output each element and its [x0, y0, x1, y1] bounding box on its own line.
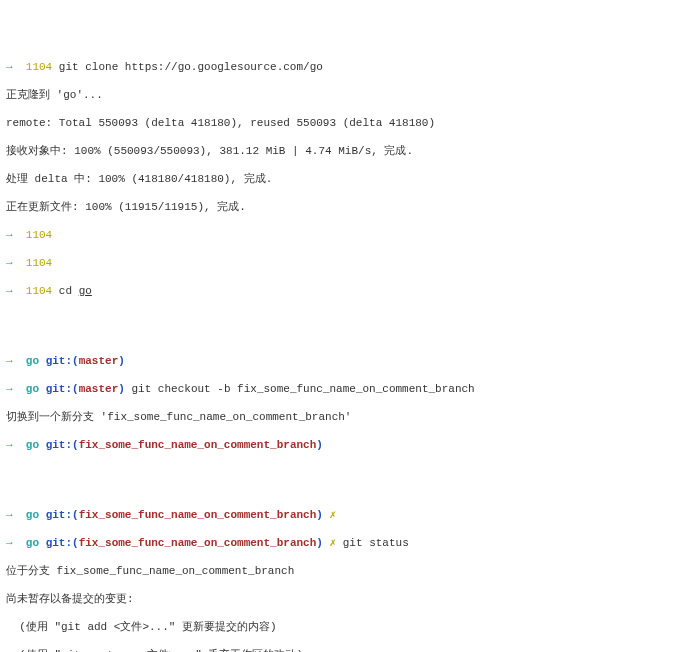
prompt-arrow: → — [6, 61, 26, 73]
clone-remote-total: remote: Total 550093 (delta 418180), reu… — [6, 116, 684, 130]
cmd-checkout: git checkout -b fix_some_func_name_on_co… — [131, 383, 474, 395]
prompt-master-checkout[interactable]: → go git:(master) git checkout -b fix_so… — [6, 382, 684, 396]
hist-empty-2: → 1104 — [6, 256, 684, 270]
cmd-status: git status — [343, 537, 409, 549]
blank — [6, 466, 684, 480]
clone-into: 正克隆到 'go'... — [6, 88, 684, 102]
checkout-switched: 切换到一个新分支 'fix_some_func_name_on_comment_… — [6, 410, 684, 424]
hist-cd: → 1104 cd go — [6, 284, 684, 298]
clone-delta: 处理 delta 中: 100% (418180/418180), 完成. — [6, 172, 684, 186]
blank — [6, 312, 684, 326]
clone-recv: 接收对象中: 100% (550093/550093), 381.12 MiB … — [6, 144, 684, 158]
prompt-status[interactable]: → go git:(fix_some_func_name_on_comment_… — [6, 536, 684, 550]
dirty-icon: ✗ — [330, 509, 337, 521]
prompt-branch-dirty-1[interactable]: → go git:(fix_some_func_name_on_comment_… — [6, 508, 684, 522]
hist-empty-1: → 1104 — [6, 228, 684, 242]
status-unstaged: 尚未暂存以备提交的变更: — [6, 592, 684, 606]
cmd-git-clone: git clone https://go.googlesource.com/go — [59, 61, 323, 73]
hist-num: 1104 — [26, 61, 52, 73]
cd-target: go — [79, 285, 92, 297]
prompt-master-1[interactable]: → go git:(master) — [6, 354, 684, 368]
status-hint-add: (使用 "git add <文件>..." 更新要提交的内容) — [6, 620, 684, 634]
status-on-branch: 位于分支 fix_some_func_name_on_comment_branc… — [6, 564, 684, 578]
hist-clone: → 1104 git clone https://go.googlesource… — [6, 60, 684, 74]
clone-updating: 正在更新文件: 100% (11915/11915), 完成. — [6, 200, 684, 214]
status-hint-restore: (使用 "git restore <文件>..." 丢弃工作区的改动) — [6, 648, 684, 652]
prompt-branch-1[interactable]: → go git:(fix_some_func_name_on_comment_… — [6, 438, 684, 452]
